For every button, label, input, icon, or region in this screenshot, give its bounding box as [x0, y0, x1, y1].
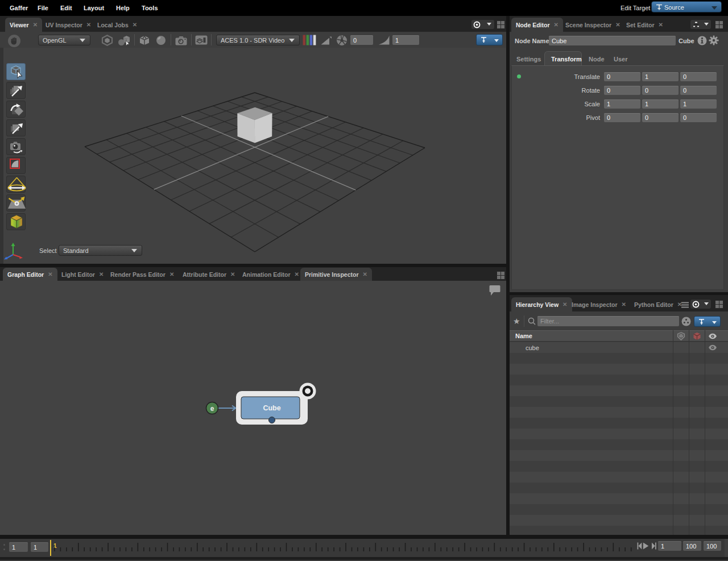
svg-text:Cube: Cube	[263, 404, 280, 412]
svg-text:e: e	[210, 405, 214, 413]
